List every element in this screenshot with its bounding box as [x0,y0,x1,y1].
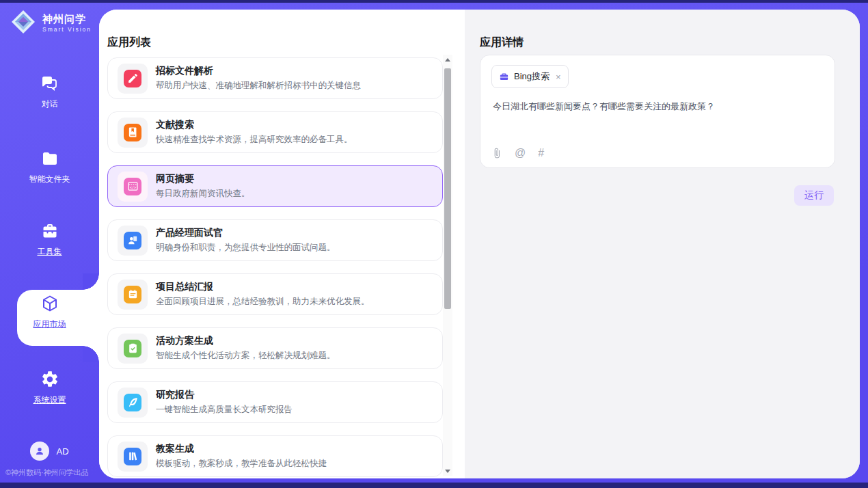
sidebar-item-smart-folder[interactable]: 智能文件夹 [0,149,99,185]
clipboard-check-icon [124,340,141,357]
app-description: 模板驱动，教案秒成，教学准备从此轻松快捷 [156,458,327,470]
app-card-text: 活动方案生成智能生成个性化活动方案，轻松解决规划难题。 [156,335,336,362]
app-logo: 神州问学 Smart Vision [10,8,92,38]
toolbox-icon [40,221,59,241]
logo-subtitle: Smart Vision [42,27,92,33]
app-icon-container [118,442,148,472]
diamond-logo-icon [10,8,37,38]
app-name: 研究报告 [156,389,293,401]
app-description: 帮助用户快速、准确地理解和解析招标书中的关键信息 [156,80,361,92]
app-name: 招标文件解析 [156,65,361,77]
app-card-bid-parse[interactable]: 招标文件解析帮助用户快速、准确地理解和解析招标书中的关键信息 [107,57,443,99]
calendar-icon [124,286,141,303]
app-description: 每日政府新闻资讯快查。 [156,188,250,200]
quill-icon [124,394,141,411]
prompt-input[interactable] [491,99,824,143]
app-name: 项目总结汇报 [156,281,370,293]
app-card-text: 产品经理面试官明确身份和职责，为您提供专业性的面试问题。 [156,227,336,254]
app-window: 神州问学 Smart Vision 对话智能文件夹工具集应用市场系统设置 AD … [0,0,868,488]
tool-chip-bing-search[interactable]: Bing搜索 × [491,65,569,88]
content-area: 应用列表 招标文件解析帮助用户快速、准确地理解和解析招标书中的关键信息文献搜索快… [99,10,860,478]
prompt-card: Bing搜索 × @ # [480,55,835,168]
app-list-title: 应用列表 [107,36,151,50]
sidebar-item-toolset[interactable]: 工具集 [0,221,99,258]
sidebar-item-app-market[interactable]: 应用市场 [0,294,99,330]
app-icon-container [118,388,148,418]
app-card-web-digest[interactable]: </>网页摘要每日政府新闻资讯快查。 [107,165,443,207]
prompt-toolbar: @ # [491,147,544,159]
app-detail-title: 应用详情 [480,36,524,50]
app-name: 产品经理面试官 [156,227,336,239]
app-card-text: 教案生成模板驱动，教案秒成，教学准备从此轻松快捷 [156,443,327,470]
tool-chip-label: Bing搜索 [514,70,550,83]
run-button[interactable]: 运行 [794,185,834,206]
app-description: 智能生成个性化活动方案，轻松解决规划难题。 [156,350,336,362]
logo-title: 神州问学 [42,14,92,25]
svg-text:</>: </> [130,185,136,189]
app-icon-container [118,280,148,310]
bubble-curve-top [83,273,99,290]
app-icon-container: </> [118,172,148,202]
app-card-literature[interactable]: 文献搜索快速精准查找学术资源，提高研究效率的必备工具。 [107,111,443,153]
sidebar-item-label: 智能文件夹 [29,174,70,184]
browser-code-icon: </> [124,178,141,195]
app-card-text: 项目总结汇报全面回顾项目进展，总结经验教训，助力未来优化发展。 [156,281,370,308]
chat-icon [40,74,59,93]
sidebar-item-label: 工具集 [38,247,62,256]
logo-text: 神州问学 Smart Vision [42,14,92,33]
hash-icon[interactable]: # [538,147,544,159]
app-card-pm-interview[interactable]: 产品经理面试官明确身份和职责，为您提供专业性的面试问题。 [107,219,443,261]
app-icon-container [118,334,148,364]
app-icon-container [118,118,148,148]
app-list-panel: 应用列表 招标文件解析帮助用户快速、准确地理解和解析招标书中的关键信息文献搜索快… [99,10,465,478]
app-description: 明确身份和职责，为您提供专业性的面试问题。 [156,242,336,254]
app-name: 文献搜索 [156,119,353,131]
scrollbar[interactable] [443,55,452,476]
book-icon [124,124,141,141]
app-description: 全面回顾项目进展，总结经验教训，助力未来优化发展。 [156,296,370,308]
sidebar-item-settings[interactable]: 系统设置 [0,370,99,406]
books-icon [124,448,141,465]
app-list: 招标文件解析帮助用户快速、准确地理解和解析招标书中的关键信息文献搜索快速精准查找… [107,57,443,478]
paperclip-icon[interactable] [491,148,502,159]
bubble-curve-bottom [83,346,99,362]
app-icon-container [118,226,148,256]
app-name: 教案生成 [156,443,327,455]
scrollbar-thumb[interactable] [444,68,451,309]
interviewer-icon [124,232,141,249]
pencil-square-icon [124,70,141,87]
app-name: 网页摘要 [156,173,250,185]
briefcase-icon [499,72,509,82]
app-card-text: 研究报告一键智能生成高质量长文本研究报告 [156,389,293,416]
app-card-activity[interactable]: 活动方案生成智能生成个性化活动方案，轻松解决规划难题。 [107,327,443,369]
sidebar-item-label: 对话 [42,99,58,109]
copyright-text: ©神州数码·神州问学出品 [5,467,89,478]
sidebar-item-chat[interactable]: 对话 [0,74,99,110]
app-name: 活动方案生成 [156,335,336,347]
chip-close-icon[interactable]: × [556,72,561,81]
app-description: 一键智能生成高质量长文本研究报告 [156,404,293,416]
app-description: 快速精准查找学术资源，提高研究效率的必备工具。 [156,134,353,146]
gear-icon [40,370,59,389]
app-card-project-sum[interactable]: 项目总结汇报全面回顾项目进展，总结经验教训，助力未来优化发展。 [107,273,443,315]
at-icon[interactable]: @ [515,147,526,159]
folder-icon [40,149,59,168]
app-card-research[interactable]: 研究报告一键智能生成高质量长文本研究报告 [107,381,443,423]
sidebar-item-label: 应用市场 [33,319,66,329]
app-icon-container [118,64,148,94]
app-card-lesson-plan[interactable]: 教案生成模板驱动，教案秒成，教学准备从此轻松快捷 [107,435,443,477]
app-card-text: 文献搜索快速精准查找学术资源，提高研究效率的必备工具。 [156,119,353,146]
cube-icon [40,294,59,313]
app-card-text: 招标文件解析帮助用户快速、准确地理解和解析招标书中的关键信息 [156,65,361,92]
user-name: AD [56,446,68,457]
app-detail-panel: 应用详情 Bing搜索 × @ # 运行 [465,10,860,478]
scrollbar-down-arrow[interactable] [443,466,452,476]
user-row[interactable]: AD [0,442,99,461]
app-card-text: 网页摘要每日政府新闻资讯快查。 [156,173,250,200]
scrollbar-up-arrow[interactable] [443,55,452,64]
avatar [30,442,49,461]
sidebar-item-label: 系统设置 [33,395,66,405]
